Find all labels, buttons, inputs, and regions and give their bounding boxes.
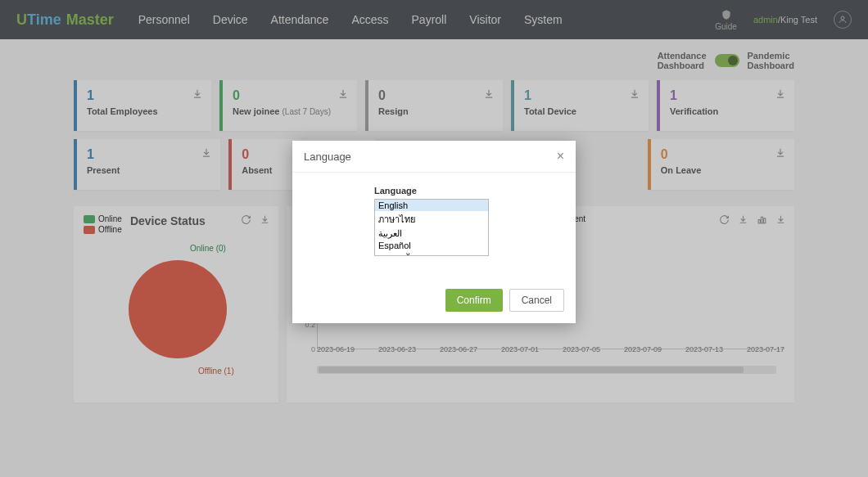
modal-overlay: Language × Language Englishภาษาไทยالعربي… [0, 0, 868, 477]
close-icon[interactable]: × [557, 149, 564, 164]
modal-title: Language [304, 151, 351, 163]
language-modal: Language × Language Englishภาษาไทยالعربي… [292, 141, 576, 323]
language-option[interactable]: ภาษาไทย [375, 211, 488, 227]
cancel-button[interactable]: Cancel [509, 289, 564, 312]
modal-header: Language × [292, 141, 576, 173]
language-field-label: Language [374, 186, 564, 196]
language-option[interactable]: русский язык [375, 251, 488, 256]
language-select[interactable]: EnglishภาษาไทยالعربيةEspañolрусский язык… [374, 199, 489, 256]
language-option[interactable]: English [375, 200, 488, 211]
language-option[interactable]: Español [375, 240, 488, 251]
modal-footer: Confirm Cancel [292, 281, 576, 323]
modal-body: Language EnglishภาษาไทยالعربيةEspañolрус… [292, 173, 576, 281]
language-option[interactable]: العربية [375, 227, 488, 240]
confirm-button[interactable]: Confirm [445, 289, 503, 312]
